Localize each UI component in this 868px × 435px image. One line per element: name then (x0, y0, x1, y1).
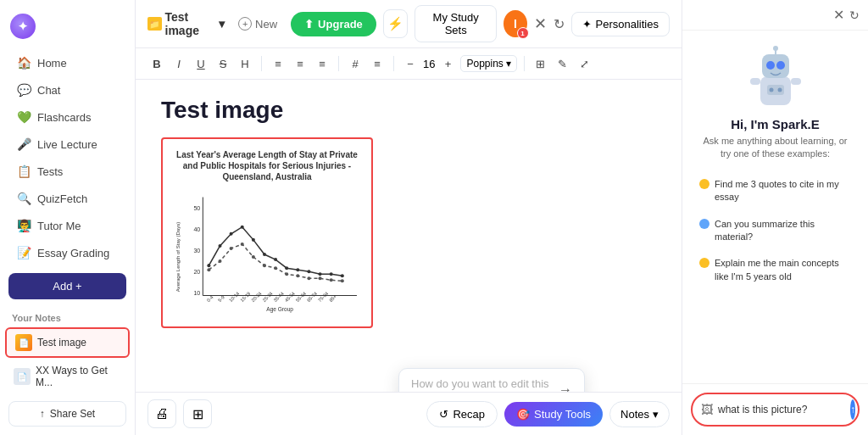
my-study-sets-button[interactable]: My Study Sets (415, 5, 497, 42)
sidebar-bottom: ↑ Share Set (0, 394, 135, 433)
close-icon[interactable]: ✕ (534, 14, 547, 33)
refresh-icon[interactable]: ↻ (554, 16, 565, 32)
svg-point-50 (776, 61, 785, 70)
qr-icon: ⊞ (192, 406, 203, 422)
topbar: 📁 Test image ▾ + New ⬆ Upgrade ⚡ My Stud… (136, 0, 682, 48)
note-label: Test image (37, 337, 86, 349)
folder-icon: 📁 (147, 17, 162, 31)
refresh-icon[interactable]: ↻ (849, 8, 860, 22)
svg-text:Average Length of Stay (Days): Average Length of Stay (Days) (175, 222, 181, 293)
sidebar-item-essay-grading[interactable]: 📝 Essay Grading (5, 240, 130, 265)
ai-examples-list: Find me 3 quotes to cite in my essay Can… (682, 168, 868, 383)
sidebar-item-label: Tests (37, 165, 63, 178)
ai-avatar-area: Hi, I'm Spark.E Ask me anything about le… (682, 31, 868, 168)
edit-button[interactable]: ✎ (554, 53, 572, 74)
align-center-button[interactable]: ≡ (291, 53, 309, 74)
close-icon[interactable]: ✕ (833, 7, 844, 23)
svg-point-39 (263, 264, 266, 267)
note-item-xx-ways[interactable]: 📄 XX Ways to Get M... (5, 360, 130, 393)
svg-rect-56 (750, 78, 760, 85)
notes-button[interactable]: Notes ▾ (609, 401, 670, 427)
svg-point-40 (274, 266, 277, 270)
ai-example-3[interactable]: Explain me the main concepts like I'm 5 … (693, 252, 858, 288)
sidebar: ✦ 🏠 Home 💬 Chat 💚 Flashcards 🎤 Live Lect… (0, 0, 136, 435)
sidebar-item-home[interactable]: 🏠 Home (5, 50, 130, 75)
new-button[interactable]: + New (238, 17, 277, 31)
font-family-selector[interactable]: Poppins ▾ (460, 55, 516, 72)
panel-top: ✕ ↻ (682, 0, 868, 31)
personalities-button[interactable]: ✦ Personalities (571, 12, 670, 36)
sidebar-item-tutor-me[interactable]: 👨‍🏫 Tutor Me (5, 213, 130, 238)
svg-point-38 (252, 255, 255, 259)
document-heading: Test image (161, 97, 656, 124)
ai-example-2[interactable]: Can you summarize this material? (693, 213, 858, 249)
sidebar-item-quizfetch[interactable]: 🔍 QuizFetch (5, 186, 130, 211)
ai-example-1[interactable]: Find me 3 quotes to cite in my essay (693, 173, 858, 209)
print-button[interactable]: 🖨 (147, 399, 176, 428)
app-logo: ✦ (10, 14, 36, 39)
align-right-button[interactable]: ≡ (313, 53, 331, 74)
qr-button[interactable]: ⊞ (183, 399, 212, 428)
underline-button[interactable]: U (192, 53, 210, 74)
svg-point-42 (296, 274, 299, 277)
upload-icon: ⬆ (304, 18, 314, 31)
fullscreen-button[interactable]: ⤢ (576, 53, 594, 74)
bold-button[interactable]: B (147, 53, 166, 74)
ai-chat-input[interactable] (718, 404, 845, 415)
align-left-button[interactable]: ≡ (269, 53, 287, 74)
sidebar-item-tests[interactable]: 📋 Tests (5, 159, 130, 184)
sidebar-item-live-lecture[interactable]: 🎤 Live Lecture (5, 131, 130, 157)
content-area: Test image Last Year's Average Length of… (136, 80, 682, 392)
table-button[interactable]: ⊞ (531, 53, 550, 74)
share-set-button[interactable]: ↑ Share Set (8, 401, 126, 427)
svg-point-26 (263, 253, 266, 256)
how-edit-bar: How do you want to edit this content? → (399, 369, 584, 392)
svg-text:35-44: 35-44 (273, 291, 285, 303)
add-button[interactable]: Add + (8, 273, 126, 299)
unordered-list-button[interactable]: ≡ (368, 53, 387, 74)
italic-button[interactable]: I (170, 53, 188, 74)
line-chart-svg: 10 20 30 40 50 0-4 5-9 10-14 15-19 20-24… (173, 189, 361, 316)
chart-container: Last Year's Average Length of Stay at Pr… (161, 137, 373, 328)
recap-button[interactable]: ↺ Recap (426, 401, 498, 427)
upgrade-button[interactable]: ⬆ Upgrade (291, 12, 376, 36)
sidebar-item-label: Flashcards (37, 111, 92, 124)
mic-icon: 🎤 (17, 137, 31, 151)
highlight-button[interactable]: H (236, 53, 254, 74)
study-tools-icon: 🎯 (516, 408, 530, 421)
note-icon2: 📄 (14, 368, 31, 385)
robot-avatar (742, 44, 810, 112)
font-size-decrease[interactable]: − (401, 53, 420, 74)
font-size-increase[interactable]: + (438, 53, 457, 74)
study-tools-button[interactable]: 🎯 Study Tools (504, 402, 603, 427)
chart-area: 10 20 30 40 50 0-4 5-9 10-14 15-19 20-24… (173, 189, 361, 316)
svg-point-45 (330, 278, 333, 282)
svg-point-27 (274, 258, 277, 261)
flashcards-icon: 💚 (17, 110, 31, 124)
sidebar-item-label: Live Lecture (37, 138, 97, 151)
sidebar-item-chat[interactable]: 💬 Chat (5, 77, 130, 103)
note-item-test-image[interactable]: 📄 Test image (5, 327, 130, 358)
chevron-down-icon: ▾ (506, 58, 511, 70)
svg-point-44 (319, 276, 322, 280)
document-title[interactable]: 📁 Test image ▾ (147, 10, 225, 37)
flash-icon-button[interactable]: ⚡ (383, 9, 408, 38)
sidebar-item-flashcards[interactable]: 💚 Flashcards (5, 104, 130, 130)
svg-text:65-74: 65-74 (306, 291, 318, 303)
avatar[interactable]: I 1 (504, 10, 526, 37)
main-area: 📁 Test image ▾ + New ⬆ Upgrade ⚡ My Stud… (136, 0, 682, 435)
sparkle-icon: ✦ (582, 18, 592, 31)
svg-rect-57 (791, 78, 801, 85)
svg-point-34 (207, 268, 210, 271)
your-notes-label: Your Notes (0, 306, 135, 326)
svg-point-22 (218, 244, 221, 248)
svg-text:50: 50 (193, 205, 200, 211)
svg-point-35 (218, 259, 221, 263)
ordered-list-button[interactable]: # (346, 53, 364, 74)
send-button[interactable]: ↑ (850, 399, 855, 420)
ai-name: Hi, I'm Spark.E (731, 117, 819, 131)
svg-point-37 (241, 243, 244, 246)
svg-text:45-54: 45-54 (284, 291, 296, 303)
image-icon[interactable]: 🖼 (701, 403, 713, 416)
strikethrough-button[interactable]: S (214, 53, 232, 74)
